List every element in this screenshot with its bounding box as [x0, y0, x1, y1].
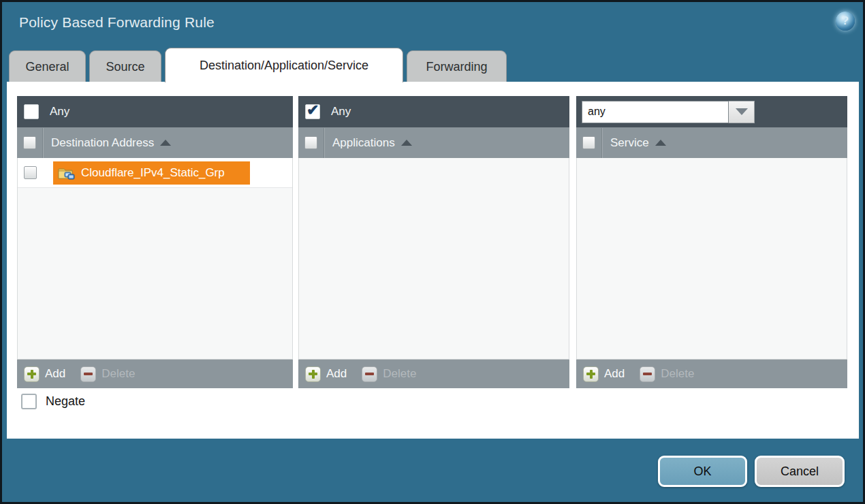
sort-ascending-icon[interactable]	[655, 140, 666, 146]
plus-icon	[305, 366, 321, 382]
service-toolbar: Add Delete	[576, 359, 847, 388]
destination-toolbar: Add Delete	[17, 359, 293, 388]
destination-any-label: Any	[50, 105, 69, 119]
tab-destination-application-service[interactable]: Destination/Application/Service	[165, 48, 403, 82]
row-checkbox[interactable]	[24, 166, 37, 179]
service-column: Service Add Delete	[576, 96, 847, 388]
delete-button[interactable]: Delete	[347, 366, 416, 382]
add-button[interactable]: Add	[298, 366, 347, 382]
applications-list	[298, 158, 569, 359]
destination-column-header: Destination Address	[17, 127, 293, 158]
negate-option: Negate	[21, 394, 85, 409]
service-dropdown-input[interactable]	[582, 101, 729, 123]
minus-icon	[640, 366, 655, 382]
applications-any-checkbox[interactable]: ✔	[305, 104, 320, 119]
negate-checkbox[interactable]	[21, 394, 37, 409]
header-divider	[42, 128, 43, 158]
sort-ascending-icon[interactable]	[401, 140, 412, 146]
destination-list: Cloudflare_IPv4_Static_Grp	[17, 158, 293, 359]
destination-any-bar: Any	[17, 96, 293, 127]
cancel-button[interactable]: Cancel	[755, 456, 845, 487]
service-select-all-checkbox[interactable]	[582, 136, 595, 149]
tab-bar: General Source Destination/Application/S…	[9, 48, 507, 82]
chevron-down-icon	[736, 108, 748, 115]
destination-any-checkbox[interactable]	[24, 104, 39, 119]
service-header-label[interactable]: Service	[610, 136, 649, 150]
tab-forwarding[interactable]: Forwarding	[407, 50, 507, 82]
dialog-title: Policy Based Forwarding Rule	[19, 14, 215, 31]
applications-column: ✔ Any Applications Add Delete	[298, 96, 569, 388]
negate-label: Negate	[46, 394, 85, 409]
service-column-header: Service	[576, 127, 847, 158]
tab-general[interactable]: General	[9, 50, 86, 82]
plus-icon	[24, 366, 40, 382]
applications-any-label: Any	[331, 105, 351, 119]
delete-button[interactable]: Delete	[65, 366, 135, 382]
destination-address-column: Any Destination Address	[17, 96, 293, 388]
applications-column-header: Applications	[298, 127, 569, 158]
sort-ascending-icon[interactable]	[160, 140, 171, 146]
list-item: Cloudflare_IPv4_Static_Grp	[18, 158, 292, 188]
header-divider	[324, 128, 324, 158]
minus-icon	[80, 366, 96, 382]
address-group-icon	[58, 166, 75, 180]
selected-address-group[interactable]: Cloudflare_IPv4_Static_Grp	[53, 161, 250, 185]
tab-source[interactable]: Source	[89, 50, 161, 82]
minus-icon	[362, 366, 377, 382]
service-dropdown-bar	[576, 96, 847, 127]
policy-based-forwarding-dialog: Policy Based Forwarding Rule ? General S…	[0, 0, 865, 504]
applications-any-bar: ✔ Any	[298, 96, 569, 127]
address-group-name: Cloudflare_IPv4_Static_Grp	[81, 166, 225, 180]
add-button[interactable]: Add	[576, 366, 625, 382]
destination-select-all-checkbox[interactable]	[23, 136, 36, 149]
destination-header-label[interactable]: Destination Address	[51, 136, 154, 150]
service-dropdown[interactable]	[582, 101, 755, 123]
header-divider	[601, 128, 602, 158]
applications-select-all-checkbox[interactable]	[304, 136, 317, 149]
applications-header-label[interactable]: Applications	[332, 136, 395, 150]
add-button[interactable]: Add	[17, 366, 65, 382]
service-dropdown-button[interactable]	[729, 101, 755, 123]
delete-button[interactable]: Delete	[625, 366, 694, 382]
checkmark-icon: ✔	[306, 101, 319, 119]
applications-toolbar: Add Delete	[298, 359, 569, 388]
help-icon[interactable]: ?	[836, 12, 855, 31]
service-list	[576, 158, 847, 359]
ok-button[interactable]: OK	[658, 456, 747, 487]
plus-icon	[583, 366, 599, 382]
tab-content-panel: Any Destination Address	[7, 82, 859, 439]
